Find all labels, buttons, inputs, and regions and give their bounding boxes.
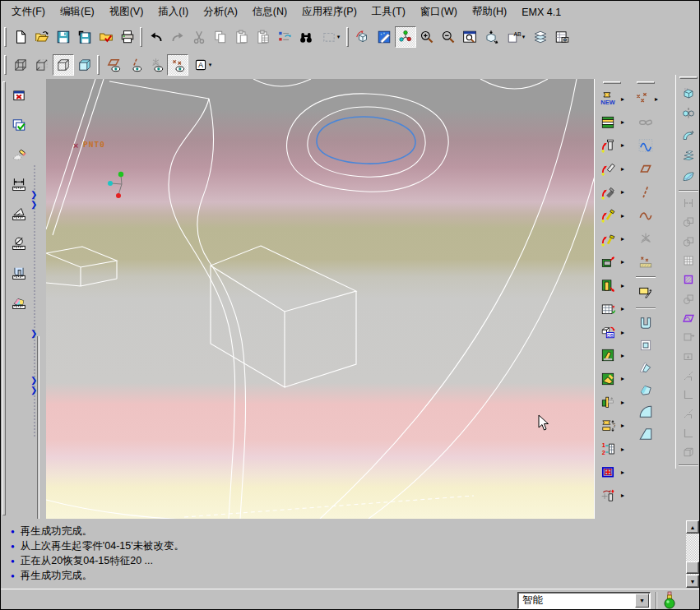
save-backup-button[interactable] <box>74 26 95 48</box>
flyout-arrow[interactable]: ▸ <box>619 235 627 243</box>
flyout-arrow[interactable]: ▸ <box>619 352 627 359</box>
flyout-arrow[interactable]: ▸ <box>619 446 627 453</box>
emx-lifter-button[interactable] <box>597 344 619 366</box>
sash-expand-arrow[interactable]: ❯ <box>30 386 37 395</box>
menu-applications[interactable]: 应用程序(P) <box>294 3 364 21</box>
revolve-feature-button[interactable] <box>679 104 698 123</box>
message-scrollbar[interactable]: ▲ ▼ <box>686 520 699 588</box>
flyout-arrow[interactable]: ▸ <box>619 282 627 289</box>
curve-through-points-tool[interactable] <box>635 135 656 156</box>
dropdown-caret[interactable]: ▾ <box>337 34 341 40</box>
datum-point-toggle[interactable] <box>167 54 188 76</box>
dropdown-caret[interactable]: ▾ <box>522 34 526 40</box>
datum-point-tool[interactable] <box>631 88 652 109</box>
emx-insert-button[interactable] <box>597 158 619 179</box>
menu-analysis[interactable]: 分析(A) <box>196 3 245 21</box>
toolbar-grip[interactable] <box>97 55 100 75</box>
flyout-arrow[interactable]: ▸ <box>619 258 627 266</box>
erase-button[interactable] <box>8 144 30 165</box>
flyout-arrow[interactable]: ▸ <box>619 188 627 196</box>
datum-axis-toggle[interactable] <box>124 54 146 76</box>
emx-modify-button[interactable] <box>597 485 619 506</box>
hidden-line-display-button[interactable] <box>31 54 53 76</box>
undo-button[interactable] <box>146 26 167 48</box>
flyout-arrow[interactable]: ▸ <box>619 329 627 336</box>
sash-expand-arrow[interactable]: ❯ <box>30 377 37 385</box>
print-button[interactable] <box>117 26 138 48</box>
menu-info[interactable]: 信息(N) <box>245 3 294 21</box>
wireframe-display-button[interactable] <box>10 54 31 76</box>
dropdown-caret[interactable]: ▾ <box>209 62 212 68</box>
select-box-button[interactable]: ▾ <box>317 26 345 48</box>
measure-distance-button[interactable] <box>8 173 30 195</box>
blend-feature-button[interactable] <box>679 146 698 165</box>
zoom-fit-button[interactable] <box>459 26 480 48</box>
rename-button[interactable] <box>95 26 117 48</box>
flyout-arrow[interactable]: ▸ <box>652 95 661 103</box>
emx-dimensions-button[interactable]: ? <box>597 415 619 437</box>
menu-emx[interactable]: EMX 4.1 <box>514 5 568 20</box>
emx-angled-pin-button[interactable] <box>597 229 619 250</box>
accept-check-button[interactable] <box>8 114 30 136</box>
emx-moldbase-button[interactable] <box>597 112 619 133</box>
toolbar-grip[interactable] <box>4 27 7 47</box>
saved-views-button[interactable]: AB▾ <box>502 26 530 48</box>
feature-toolbar-grip[interactable] <box>679 76 698 79</box>
regenerate-button[interactable] <box>274 26 295 48</box>
new-file-button[interactable] <box>10 26 31 48</box>
menu-window[interactable]: 窗口(W) <box>413 3 465 21</box>
scroll-down-button[interactable]: ▼ <box>686 575 699 588</box>
open-button[interactable] <box>31 26 53 48</box>
annotation-toggle[interactable]: A▾ <box>188 54 216 76</box>
find-button[interactable] <box>295 26 317 48</box>
no-hidden-display-button[interactable] <box>53 54 74 76</box>
style-button[interactable] <box>679 308 698 328</box>
round-tool[interactable] <box>635 401 656 423</box>
menu-view[interactable]: 视图(V) <box>102 3 151 21</box>
emx-layout-button[interactable] <box>597 461 619 483</box>
emx-ejector-pin-button[interactable] <box>597 205 619 226</box>
menu-help[interactable]: 帮助(H) <box>465 3 514 21</box>
measure-volume-button[interactable] <box>8 292 30 313</box>
flyout-arrow[interactable]: ▸ <box>619 165 627 173</box>
sketch-tool[interactable] <box>635 282 656 303</box>
left-toolbar-grip[interactable] <box>2 81 6 515</box>
emx-support-button[interactable] <box>597 391 619 413</box>
scroll-up-button[interactable]: ▲ <box>686 520 699 534</box>
datum-csys-toggle[interactable] <box>146 54 167 76</box>
menu-file[interactable]: 文件(F) <box>4 3 53 21</box>
flyout-arrow[interactable]: ▸ <box>619 375 627 382</box>
graphics-viewport[interactable]: × PNT0 <box>46 79 595 519</box>
splitter-groove[interactable] <box>37 336 39 519</box>
toolbar-grip[interactable] <box>346 27 349 47</box>
scrollbar-thumb[interactable] <box>686 561 699 574</box>
menu-insert[interactable]: 插入(I) <box>151 3 196 21</box>
zoom-in-button[interactable] <box>416 26 438 48</box>
datum-point-label[interactable]: PNT0 <box>83 140 105 149</box>
sweep-feature-button[interactable] <box>679 125 698 145</box>
revolve-tool[interactable] <box>635 335 656 356</box>
sweep-tool[interactable] <box>635 357 656 378</box>
shaded-display-button[interactable] <box>74 54 95 76</box>
save-button[interactable] <box>53 26 74 48</box>
close-window-button[interactable] <box>8 85 30 106</box>
flyout-arrow[interactable]: ▸ <box>619 95 627 103</box>
datum-axis-tool[interactable] <box>635 182 656 203</box>
sash-expand-arrow[interactable]: ❯ <box>30 330 37 338</box>
curve-tool[interactable] <box>635 205 656 226</box>
datum-point-marker[interactable]: × <box>73 141 78 150</box>
measure-angle-button[interactable] <box>8 203 30 224</box>
emx-new-project-button[interactable]: NEW <box>597 88 619 109</box>
reorient-button[interactable] <box>480 26 502 48</box>
chamfer-tool[interactable] <box>635 423 656 445</box>
emx-plate-button[interactable] <box>597 275 619 296</box>
extrude-tool[interactable] <box>635 312 656 334</box>
flyout-arrow[interactable]: ▸ <box>619 212 627 220</box>
menu-edit[interactable]: 编辑(E) <box>53 3 102 21</box>
flyout-arrow[interactable]: ▸ <box>619 305 627 312</box>
emx-screw-button[interactable] <box>597 182 619 203</box>
datum-plane-toggle[interactable] <box>103 54 124 76</box>
emx-hole-table-button[interactable] <box>597 298 619 320</box>
emx-toolbar-grip[interactable] <box>603 81 621 84</box>
flyout-arrow[interactable]: ▸ <box>619 399 627 406</box>
